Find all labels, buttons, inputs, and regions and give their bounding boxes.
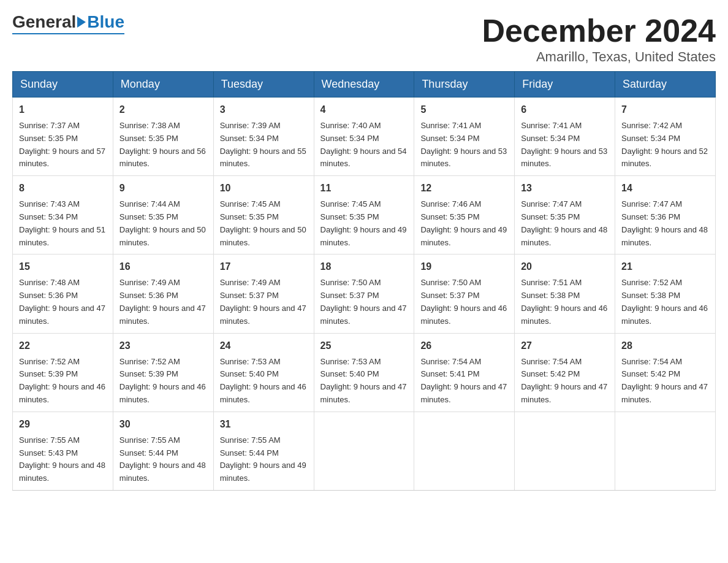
table-row: 13 Sunrise: 7:47 AMSunset: 5:35 PMDaylig… xyxy=(515,176,615,255)
day-info: Sunrise: 7:41 AMSunset: 5:34 PMDaylight:… xyxy=(420,121,507,168)
logo: General Blue xyxy=(12,12,124,34)
table-row xyxy=(515,412,615,490)
day-info: Sunrise: 7:49 AMSunset: 5:37 PMDaylight:… xyxy=(220,278,306,325)
page-header: General Blue December 2024 Amarillo, Tex… xyxy=(12,12,716,65)
day-number: 1 xyxy=(19,102,107,117)
table-row: 22 Sunrise: 7:52 AMSunset: 5:39 PMDaylig… xyxy=(13,333,113,412)
table-row: 12 Sunrise: 7:46 AMSunset: 5:35 PMDaylig… xyxy=(414,176,515,255)
table-row: 3 Sunrise: 7:39 AMSunset: 5:34 PMDayligh… xyxy=(213,98,314,176)
table-row xyxy=(414,412,515,490)
day-number: 8 xyxy=(19,181,107,196)
table-row: 17 Sunrise: 7:49 AMSunset: 5:37 PMDaylig… xyxy=(213,255,314,333)
table-row: 27 Sunrise: 7:54 AMSunset: 5:42 PMDaylig… xyxy=(515,333,615,412)
header-wednesday: Wednesday xyxy=(314,72,414,98)
day-info: Sunrise: 7:55 AMSunset: 5:44 PMDaylight:… xyxy=(119,435,206,483)
logo-general-text: General xyxy=(12,12,76,32)
day-info: Sunrise: 7:52 AMSunset: 5:38 PMDaylight:… xyxy=(621,278,708,325)
table-row: 2 Sunrise: 7:38 AMSunset: 5:35 PMDayligh… xyxy=(113,98,213,176)
table-row: 30 Sunrise: 7:55 AMSunset: 5:44 PMDaylig… xyxy=(113,412,213,490)
header-tuesday: Tuesday xyxy=(213,72,314,98)
header-saturday: Saturday xyxy=(615,72,716,98)
header-friday: Friday xyxy=(515,72,615,98)
day-number: 4 xyxy=(320,102,408,117)
day-number: 16 xyxy=(119,259,207,274)
day-number: 5 xyxy=(420,102,508,117)
table-row: 9 Sunrise: 7:44 AMSunset: 5:35 PMDayligh… xyxy=(113,176,213,255)
table-row: 15 Sunrise: 7:48 AMSunset: 5:36 PMDaylig… xyxy=(13,255,113,333)
header-monday: Monday xyxy=(113,72,213,98)
day-info: Sunrise: 7:45 AMSunset: 5:35 PMDaylight:… xyxy=(320,199,407,247)
table-row: 23 Sunrise: 7:52 AMSunset: 5:39 PMDaylig… xyxy=(113,333,213,412)
day-number: 12 xyxy=(420,181,508,196)
day-info: Sunrise: 7:49 AMSunset: 5:36 PMDaylight:… xyxy=(119,278,206,325)
day-number: 15 xyxy=(19,259,107,274)
day-info: Sunrise: 7:39 AMSunset: 5:34 PMDaylight:… xyxy=(220,121,306,168)
table-row: 29 Sunrise: 7:55 AMSunset: 5:43 PMDaylig… xyxy=(13,412,113,490)
table-row: 16 Sunrise: 7:49 AMSunset: 5:36 PMDaylig… xyxy=(113,255,213,333)
day-number: 18 xyxy=(320,259,408,274)
day-info: Sunrise: 7:52 AMSunset: 5:39 PMDaylight:… xyxy=(119,357,206,404)
day-info: Sunrise: 7:42 AMSunset: 5:34 PMDaylight:… xyxy=(621,121,708,168)
day-info: Sunrise: 7:55 AMSunset: 5:43 PMDaylight:… xyxy=(19,435,105,483)
day-number: 10 xyxy=(220,181,308,196)
day-info: Sunrise: 7:50 AMSunset: 5:37 PMDaylight:… xyxy=(420,278,507,325)
table-row: 24 Sunrise: 7:53 AMSunset: 5:40 PMDaylig… xyxy=(213,333,314,412)
table-row: 10 Sunrise: 7:45 AMSunset: 5:35 PMDaylig… xyxy=(213,176,314,255)
calendar-week-row: 22 Sunrise: 7:52 AMSunset: 5:39 PMDaylig… xyxy=(13,333,716,412)
day-number: 30 xyxy=(119,417,207,432)
calendar-week-row: 8 Sunrise: 7:43 AMSunset: 5:34 PMDayligh… xyxy=(13,176,716,255)
table-row: 11 Sunrise: 7:45 AMSunset: 5:35 PMDaylig… xyxy=(314,176,414,255)
logo-divider xyxy=(12,33,124,34)
day-info: Sunrise: 7:54 AMSunset: 5:41 PMDaylight:… xyxy=(420,357,507,404)
header-thursday: Thursday xyxy=(414,72,515,98)
table-row: 28 Sunrise: 7:54 AMSunset: 5:42 PMDaylig… xyxy=(615,333,716,412)
title-section: December 2024 Amarillo, Texas, United St… xyxy=(482,12,716,65)
day-info: Sunrise: 7:54 AMSunset: 5:42 PMDaylight:… xyxy=(521,357,607,404)
table-row: 1 Sunrise: 7:37 AMSunset: 5:35 PMDayligh… xyxy=(13,98,113,176)
day-number: 29 xyxy=(19,417,107,432)
day-number: 9 xyxy=(119,181,207,196)
calendar-week-row: 29 Sunrise: 7:55 AMSunset: 5:43 PMDaylig… xyxy=(13,412,716,490)
table-row: 19 Sunrise: 7:50 AMSunset: 5:37 PMDaylig… xyxy=(414,255,515,333)
day-info: Sunrise: 7:53 AMSunset: 5:40 PMDaylight:… xyxy=(320,357,407,404)
day-info: Sunrise: 7:54 AMSunset: 5:42 PMDaylight:… xyxy=(621,357,708,404)
day-info: Sunrise: 7:53 AMSunset: 5:40 PMDaylight:… xyxy=(220,357,306,404)
day-info: Sunrise: 7:38 AMSunset: 5:35 PMDaylight:… xyxy=(119,121,206,168)
day-info: Sunrise: 7:37 AMSunset: 5:35 PMDaylight:… xyxy=(19,121,105,168)
table-row: 26 Sunrise: 7:54 AMSunset: 5:41 PMDaylig… xyxy=(414,333,515,412)
calendar-week-row: 15 Sunrise: 7:48 AMSunset: 5:36 PMDaylig… xyxy=(13,255,716,333)
day-number: 17 xyxy=(220,259,308,274)
day-number: 24 xyxy=(220,339,308,353)
table-row: 25 Sunrise: 7:53 AMSunset: 5:40 PMDaylig… xyxy=(314,333,414,412)
calendar-table: Sunday Monday Tuesday Wednesday Thursday… xyxy=(12,71,716,491)
location: Amarillo, Texas, United States xyxy=(482,49,716,65)
month-title: December 2024 xyxy=(482,12,716,49)
day-info: Sunrise: 7:51 AMSunset: 5:38 PMDaylight:… xyxy=(521,278,607,325)
day-number: 6 xyxy=(521,102,609,117)
table-row: 8 Sunrise: 7:43 AMSunset: 5:34 PMDayligh… xyxy=(13,176,113,255)
day-number: 28 xyxy=(621,339,709,353)
table-row: 4 Sunrise: 7:40 AMSunset: 5:34 PMDayligh… xyxy=(314,98,414,176)
day-number: 13 xyxy=(521,181,609,196)
day-info: Sunrise: 7:47 AMSunset: 5:35 PMDaylight:… xyxy=(521,199,607,247)
day-info: Sunrise: 7:47 AMSunset: 5:36 PMDaylight:… xyxy=(621,199,708,247)
day-info: Sunrise: 7:55 AMSunset: 5:44 PMDaylight:… xyxy=(220,435,306,483)
day-info: Sunrise: 7:44 AMSunset: 5:35 PMDaylight:… xyxy=(119,199,206,247)
table-row: 20 Sunrise: 7:51 AMSunset: 5:38 PMDaylig… xyxy=(515,255,615,333)
table-row: 5 Sunrise: 7:41 AMSunset: 5:34 PMDayligh… xyxy=(414,98,515,176)
day-info: Sunrise: 7:45 AMSunset: 5:35 PMDaylight:… xyxy=(220,199,306,247)
day-number: 26 xyxy=(420,339,508,353)
day-number: 21 xyxy=(621,259,709,274)
calendar-week-row: 1 Sunrise: 7:37 AMSunset: 5:35 PMDayligh… xyxy=(13,98,716,176)
table-row: 31 Sunrise: 7:55 AMSunset: 5:44 PMDaylig… xyxy=(213,412,314,490)
day-number: 3 xyxy=(220,102,308,117)
header-sunday: Sunday xyxy=(13,72,113,98)
table-row xyxy=(615,412,716,490)
table-row: 6 Sunrise: 7:41 AMSunset: 5:34 PMDayligh… xyxy=(515,98,615,176)
day-number: 31 xyxy=(220,417,308,432)
day-number: 7 xyxy=(621,102,709,117)
day-number: 25 xyxy=(320,339,408,353)
day-number: 23 xyxy=(119,339,207,353)
day-info: Sunrise: 7:48 AMSunset: 5:36 PMDaylight:… xyxy=(19,278,105,325)
day-info: Sunrise: 7:43 AMSunset: 5:34 PMDaylight:… xyxy=(19,199,105,247)
